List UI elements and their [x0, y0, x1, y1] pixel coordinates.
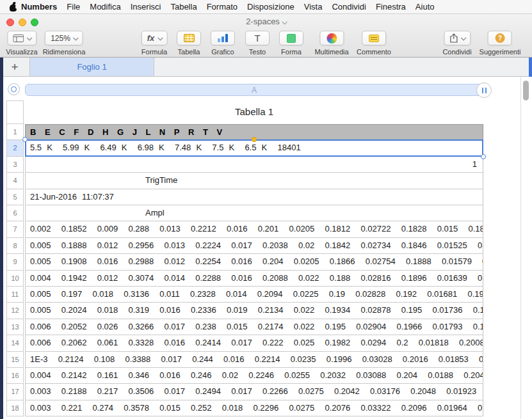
comment-button-label: Commento — [357, 48, 391, 56]
table-row[interactable]: 0.003 0.2188 0.217 0.3506 0.017 0.2494 0… — [25, 384, 483, 400]
menu-item-condividi[interactable]: Condividi — [332, 2, 366, 12]
chart-button-label: Grafico — [211, 48, 234, 56]
row-number[interactable]: 2 — [6, 140, 24, 156]
formula-fx-icon: fx — [147, 33, 155, 43]
bar-chart-icon — [218, 34, 228, 42]
selection-handle-bottom-right[interactable] — [481, 154, 486, 159]
sheet-canvas: A Tabella 1 1B E C F D H G J L N P R T V… — [0, 77, 532, 419]
table-row[interactable]: 0.005 0.197 0.018 0.3136 0.011 0.2328 0.… — [25, 287, 483, 303]
chevron-down-icon — [73, 35, 78, 40]
table-row[interactable]: 0.006 0.2062 0.061 0.3328 0.016 0.2414 0… — [25, 335, 483, 351]
chevron-down-icon — [157, 35, 163, 40]
menu-item-finestra[interactable]: Finestra — [376, 2, 406, 12]
table-row[interactable]: 0.004 0.2142 0.161 0.346 0.016 0.246 0.0… — [25, 368, 483, 384]
menu-item-numbers[interactable]: Numbers — [21, 2, 57, 12]
row-number-title[interactable] — [6, 100, 24, 124]
vertical-scrollbar[interactable] — [520, 77, 532, 419]
menu-item-formato[interactable]: Formato — [207, 2, 238, 12]
row-selection-border — [25, 139, 483, 156]
row-number[interactable]: 12 — [6, 303, 24, 319]
help-icon: ? — [495, 33, 504, 43]
row-number[interactable]: 5 — [6, 189, 24, 205]
chevron-down-icon — [460, 35, 465, 40]
table-row[interactable]: 0.005 0.2024 0.018 0.319 0.016 0.2336 0.… — [25, 303, 483, 319]
table-row[interactable]: 0.003 0.221 0.274 0.3578 0.015 0.252 0.0… — [25, 400, 483, 416]
row-number[interactable]: 8 — [6, 238, 24, 254]
table-row[interactable]: 1E-3 0.2124 0.108 0.3388 0.017 0.244 0.0… — [25, 352, 483, 368]
row-number[interactable]: 9 — [6, 254, 24, 270]
media-flower-icon — [326, 33, 337, 43]
row-number[interactable]: 15 — [6, 352, 24, 368]
shape-button-label: Forma — [281, 48, 302, 56]
media-button-label: Multimedia — [314, 48, 348, 56]
menu-item-inserisci[interactable]: Inserisci — [131, 2, 161, 12]
column-header-A[interactable]: A — [25, 84, 483, 96]
row-number[interactable]: 11 — [6, 287, 24, 303]
menu-item-vista[interactable]: Vista — [304, 2, 323, 12]
table-row[interactable]: 21-Jun-2016 11:07:37 — [25, 189, 483, 205]
menu-items: NumbersFileModificaInserisciTabellaForma… — [21, 2, 435, 12]
share-button-label: Condividi — [442, 48, 471, 56]
apple-menu-icon[interactable] — [9, 2, 17, 12]
window-title[interactable]: 2-spaces — [0, 17, 532, 26]
window-chrome: 2-spaces Visualizza 125% Ridimensiona fx… — [0, 14, 532, 58]
view-button-label: Visualizza — [6, 48, 37, 56]
row-number[interactable]: 16 — [6, 368, 24, 384]
row-number[interactable]: 6 — [6, 205, 24, 221]
add-column-handle[interactable] — [476, 83, 492, 98]
text-button-label: Testo — [249, 48, 266, 56]
shape-button[interactable]: Forma — [279, 31, 303, 56]
menu-item-tabella[interactable]: Tabella — [170, 2, 197, 12]
menu-item-aiuto[interactable]: Aiuto — [415, 2, 435, 12]
row-number[interactable]: 10 — [6, 271, 24, 287]
zoom-level-button[interactable]: 125% Ridimensiona — [43, 31, 86, 56]
tips-button[interactable]: ? Suggerimenti — [480, 31, 521, 56]
table-row[interactable]: 1 — [25, 157, 483, 173]
table-row[interactable]: 0.005 0.1888 0.012 0.2956 0.013 0.2224 0… — [25, 238, 483, 254]
title-chevron-icon — [282, 19, 287, 24]
comment-button[interactable]: Commento — [357, 31, 391, 56]
add-sheet-button[interactable]: + — [0, 58, 30, 76]
chart-button[interactable]: Grafico — [211, 31, 235, 56]
menu-item-modifica[interactable]: Modifica — [90, 2, 120, 12]
view-panel-icon — [13, 35, 24, 42]
comment-icon — [369, 35, 379, 42]
table-select-all-handle[interactable] — [8, 83, 20, 95]
text-T-icon: T — [254, 33, 260, 43]
media-button[interactable]: Multimedia — [314, 31, 348, 56]
zoom-button-label: Ridimensiona — [43, 48, 86, 56]
formula-button[interactable]: fx Formula — [141, 31, 168, 56]
table-row[interactable]: Ampl — [25, 205, 483, 221]
chevron-down-icon — [26, 35, 31, 40]
row-number[interactable]: 13 — [6, 319, 24, 335]
table-row[interactable]: 0.002 0.1852 0.009 0.288 0.013 0.2212 0.… — [25, 221, 483, 237]
row-number[interactable]: 18 — [6, 400, 24, 416]
table-row[interactable]: 0.006 0.2052 0.026 0.3266 0.017 0.238 0.… — [25, 319, 483, 335]
text-button[interactable]: T Testo — [245, 31, 270, 56]
scrollbar-thumb[interactable] — [523, 81, 529, 100]
table-row[interactable]: 0.005 0.1908 0.016 0.2988 0.012 0.2254 0… — [25, 254, 483, 270]
plus-icon: + — [11, 60, 18, 74]
view-button[interactable]: Visualizza — [6, 31, 37, 56]
row-number[interactable]: 3 — [6, 157, 24, 173]
table-button[interactable]: Tabella — [177, 31, 201, 56]
shape-icon — [287, 34, 296, 43]
row-number[interactable]: 7 — [6, 221, 24, 237]
row-number[interactable]: 4 — [6, 173, 24, 189]
table-row[interactable]: 0.004 0.1942 0.012 0.3074 0.014 0.2288 0… — [25, 271, 483, 287]
row-number[interactable]: 17 — [6, 384, 24, 400]
row-number[interactable]: 1 — [6, 124, 24, 140]
table-title[interactable]: Tabella 1 — [25, 106, 483, 117]
share-button[interactable]: Condividi — [442, 31, 471, 56]
numbers-app-window: NumbersFileModificaInserisciTabellaForma… — [0, 0, 532, 419]
share-icon — [449, 33, 458, 43]
zoom-level-value: 125% — [51, 34, 70, 43]
desktop-edge-left — [0, 58, 3, 419]
menu-item-file[interactable]: File — [67, 2, 80, 12]
menu-item-disposizione[interactable]: Disposizione — [247, 2, 294, 12]
sheet-tab-foglio-1[interactable]: Foglio 1 — [30, 58, 154, 76]
row-number[interactable]: 14 — [6, 335, 24, 351]
table-row[interactable]: TrigTime — [25, 173, 483, 189]
table-button-label: Tabella — [178, 48, 200, 56]
desktop-edge-right — [529, 58, 532, 77]
